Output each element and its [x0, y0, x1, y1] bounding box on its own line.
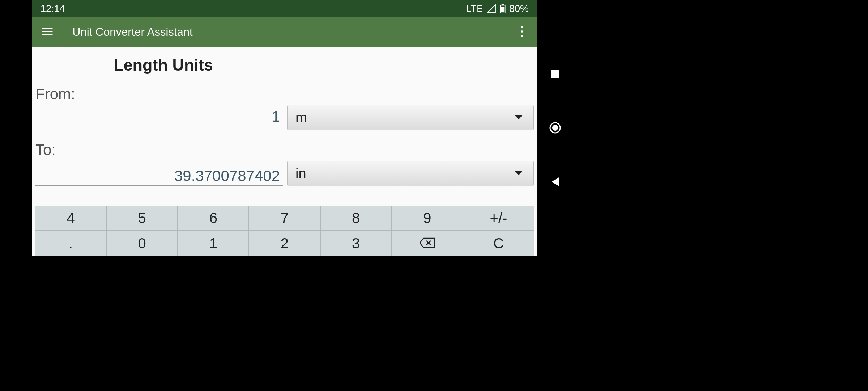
- system-nav-buttons: [539, 0, 571, 256]
- to-value-text: 39.3700787402: [174, 167, 280, 185]
- signal-icon: [487, 4, 496, 13]
- from-unit-select[interactable]: m: [287, 105, 534, 130]
- key-6[interactable]: 6: [178, 206, 248, 230]
- system-back-button[interactable]: [547, 173, 563, 190]
- status-battery-percent: 80%: [509, 3, 529, 14]
- menu-button[interactable]: [38, 22, 57, 42]
- key-7[interactable]: 7: [249, 206, 320, 230]
- from-row: 1 m: [35, 105, 534, 130]
- svg-rect-2: [501, 7, 505, 12]
- kebab-icon: [520, 25, 523, 39]
- svg-point-3: [521, 26, 523, 28]
- backspace-icon: [419, 235, 435, 252]
- battery-icon: [500, 4, 506, 13]
- key-1[interactable]: 1: [178, 231, 248, 256]
- key-dot[interactable]: .: [35, 231, 106, 256]
- app-bar: Unit Converter Assistant: [32, 17, 537, 47]
- key-clear[interactable]: C: [463, 231, 534, 256]
- status-right: LTE 80%: [466, 3, 529, 14]
- hamburger-icon: [41, 25, 54, 39]
- system-recents-button[interactable]: [547, 66, 563, 82]
- key-3[interactable]: 3: [321, 231, 391, 256]
- left-black-strip: [0, 0, 32, 256]
- to-unit-select[interactable]: in: [287, 161, 534, 186]
- app-title: Unit Converter Assistant: [72, 26, 193, 39]
- status-time: 12:14: [41, 3, 65, 14]
- dropdown-icon: [515, 171, 523, 176]
- svg-rect-6: [551, 70, 559, 78]
- from-unit-value: m: [295, 110, 307, 126]
- keypad: 4 5 6 7 8 9 +/- . 0 1 2 3 C: [35, 206, 534, 256]
- key-sign[interactable]: +/-: [463, 206, 534, 230]
- to-unit-value: in: [295, 166, 306, 181]
- from-label: From:: [35, 85, 534, 103]
- overflow-menu-button[interactable]: [512, 22, 532, 42]
- key-5[interactable]: 5: [107, 206, 177, 230]
- system-nav-area: [537, 0, 868, 256]
- from-value-input[interactable]: 1: [35, 108, 283, 130]
- dropdown-icon: [515, 115, 523, 120]
- app-screen: 12:14 LTE 80% Unit Converter Assistant: [32, 0, 537, 256]
- to-value-output[interactable]: 39.3700787402: [35, 164, 283, 186]
- section-title: Length Units: [114, 56, 534, 75]
- content-area: Length Units From: 1 m To: 39.3700787402…: [32, 47, 537, 256]
- key-0[interactable]: 0: [107, 231, 177, 256]
- svg-point-5: [521, 35, 523, 37]
- system-home-button[interactable]: [547, 119, 563, 136]
- key-backspace[interactable]: [392, 231, 463, 256]
- to-row: 39.3700787402 in: [35, 161, 534, 186]
- key-2[interactable]: 2: [249, 231, 320, 256]
- status-bar: 12:14 LTE 80%: [32, 0, 537, 17]
- svg-point-4: [521, 30, 523, 33]
- svg-point-8: [552, 125, 558, 131]
- status-network-label: LTE: [466, 4, 483, 14]
- to-label: To:: [35, 141, 534, 159]
- key-8[interactable]: 8: [321, 206, 391, 230]
- key-4[interactable]: 4: [35, 206, 106, 230]
- key-9[interactable]: 9: [392, 206, 463, 230]
